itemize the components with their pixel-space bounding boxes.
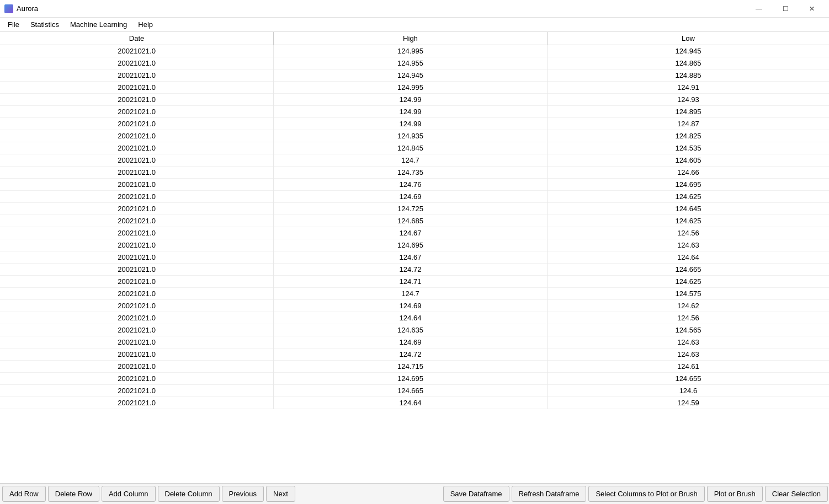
table-cell: 124.69	[274, 191, 548, 203]
table-row[interactable]: 20021021.0124.995124.91	[0, 82, 829, 94]
table-row[interactable]: 20021021.0124.64124.56	[0, 312, 829, 324]
table-cell: 20021021.0	[0, 300, 274, 312]
table-cell: 124.645	[547, 203, 829, 215]
table-cell: 124.69	[274, 300, 548, 312]
table-row[interactable]: 20021021.0124.67124.64	[0, 251, 829, 264]
table-row[interactable]: 20021021.0124.99124.895	[0, 106, 829, 118]
table-cell: 20021021.0	[0, 312, 274, 324]
table-cell: 124.655	[547, 373, 829, 385]
table-row[interactable]: 20021021.0124.935124.825	[0, 130, 829, 142]
table-row[interactable]: 20021021.0124.99124.93	[0, 94, 829, 106]
delete-column-button[interactable]: Delete Column	[158, 486, 220, 502]
table-cell: 20021021.0	[0, 239, 274, 251]
table-row[interactable]: 20021021.0124.725124.645	[0, 203, 829, 215]
table-cell: 124.6	[547, 385, 829, 397]
menu-help[interactable]: Help	[132, 19, 158, 30]
table-row[interactable]: 20021021.0124.695124.63	[0, 239, 829, 251]
table-cell: 124.64	[274, 397, 548, 409]
table-cell: 124.56	[547, 312, 829, 324]
table-row[interactable]: 20021021.0124.695124.655	[0, 373, 829, 385]
table-cell: 124.665	[274, 385, 548, 397]
table-cell: 124.625	[547, 276, 829, 288]
table-row[interactable]: 20021021.0124.67124.56	[0, 227, 829, 239]
table-cell: 124.64	[547, 251, 829, 264]
table-cell: 124.7	[274, 154, 548, 167]
select-columns-to-plot-button[interactable]: Select Columns to Plot or Brush	[588, 486, 704, 502]
table-row[interactable]: 20021021.0124.69124.63	[0, 336, 829, 348]
add-row-button[interactable]: Add Row	[2, 486, 46, 502]
table-row[interactable]: 20021021.0124.945124.885	[0, 69, 829, 82]
table-cell: 20021021.0	[0, 385, 274, 397]
minimize-button[interactable]: —	[746, 1, 772, 17]
table-cell: 124.64	[274, 312, 548, 324]
clear-selection-button[interactable]: Clear Selection	[765, 486, 828, 502]
table-cell: 124.885	[547, 69, 829, 82]
refresh-dataframe-button[interactable]: Refresh Dataframe	[512, 486, 587, 502]
table-row[interactable]: 20021021.0124.99124.87	[0, 118, 829, 130]
col-header-date: Date	[0, 32, 274, 45]
table-row[interactable]: 20021021.0124.665124.6	[0, 385, 829, 397]
table-row[interactable]: 20021021.0124.7124.575	[0, 288, 829, 300]
table-cell: 124.865	[547, 57, 829, 69]
table-row[interactable]: 20021021.0124.76124.695	[0, 179, 829, 191]
table-cell: 20021021.0	[0, 203, 274, 215]
table-cell: 20021021.0	[0, 373, 274, 385]
save-dataframe-button[interactable]: Save Dataframe	[443, 486, 509, 502]
table-row[interactable]: 20021021.0124.69124.62	[0, 300, 829, 312]
table-row[interactable]: 20021021.0124.995124.945	[0, 45, 829, 57]
table-row[interactable]: 20021021.0124.64124.59	[0, 397, 829, 409]
table-cell: 124.61	[547, 361, 829, 373]
table-cell: 124.72	[274, 348, 548, 361]
col-header-low: Low	[547, 32, 829, 45]
table-cell: 124.535	[547, 142, 829, 154]
table-cell: 20021021.0	[0, 57, 274, 69]
table-cell: 20021021.0	[0, 336, 274, 348]
table-cell: 124.575	[547, 288, 829, 300]
menu-file[interactable]: File	[2, 19, 25, 30]
bottom-toolbar: Add Row Delete Row Add Column Delete Col…	[0, 483, 829, 504]
previous-button[interactable]: Previous	[222, 486, 264, 502]
table-cell: 20021021.0	[0, 227, 274, 239]
plot-or-brush-button[interactable]: Plot or Brush	[707, 486, 763, 502]
table-cell: 124.845	[274, 142, 548, 154]
table-cell: 124.695	[274, 239, 548, 251]
table-row[interactable]: 20021021.0124.685124.625	[0, 215, 829, 227]
table-cell: 124.62	[547, 300, 829, 312]
table-cell: 124.7	[274, 288, 548, 300]
table-row[interactable]: 20021021.0124.735124.66	[0, 167, 829, 179]
table-row[interactable]: 20021021.0124.715124.61	[0, 361, 829, 373]
delete-row-button[interactable]: Delete Row	[48, 486, 99, 502]
table-header-row: Date High Low	[0, 32, 829, 45]
table-cell: 20021021.0	[0, 142, 274, 154]
table-row[interactable]: 20021021.0124.72124.665	[0, 264, 829, 276]
table-row[interactable]: 20021021.0124.635124.565	[0, 324, 829, 336]
maximize-button[interactable]: ☐	[773, 1, 798, 17]
table-cell: 124.685	[274, 215, 548, 227]
menu-statistics[interactable]: Statistics	[25, 19, 65, 30]
table-cell: 124.56	[547, 227, 829, 239]
close-button[interactable]: ✕	[799, 1, 825, 17]
add-column-button[interactable]: Add Column	[102, 486, 156, 502]
table-cell: 124.945	[274, 69, 548, 82]
table-row[interactable]: 20021021.0124.845124.535	[0, 142, 829, 154]
table-row[interactable]: 20021021.0124.7124.605	[0, 154, 829, 167]
table-cell: 20021021.0	[0, 106, 274, 118]
table-cell: 124.625	[547, 191, 829, 203]
table-cell: 124.93	[547, 94, 829, 106]
table-row[interactable]: 20021021.0124.69124.625	[0, 191, 829, 203]
table-cell: 124.625	[547, 215, 829, 227]
table-cell: 20021021.0	[0, 348, 274, 361]
table-cell: 20021021.0	[0, 45, 274, 57]
menu-machine-learning[interactable]: Machine Learning	[65, 19, 132, 30]
table-cell: 124.63	[547, 239, 829, 251]
table-row[interactable]: 20021021.0124.72124.63	[0, 348, 829, 361]
next-button[interactable]: Next	[266, 486, 295, 502]
table-cell: 124.71	[274, 276, 548, 288]
table-cell: 124.59	[547, 397, 829, 409]
table-row[interactable]: 20021021.0124.955124.865	[0, 57, 829, 69]
table-cell: 20021021.0	[0, 361, 274, 373]
table-cell: 124.935	[274, 130, 548, 142]
menubar: File Statistics Machine Learning Help	[0, 18, 829, 32]
table-row[interactable]: 20021021.0124.71124.625	[0, 276, 829, 288]
table-cell: 20021021.0	[0, 215, 274, 227]
